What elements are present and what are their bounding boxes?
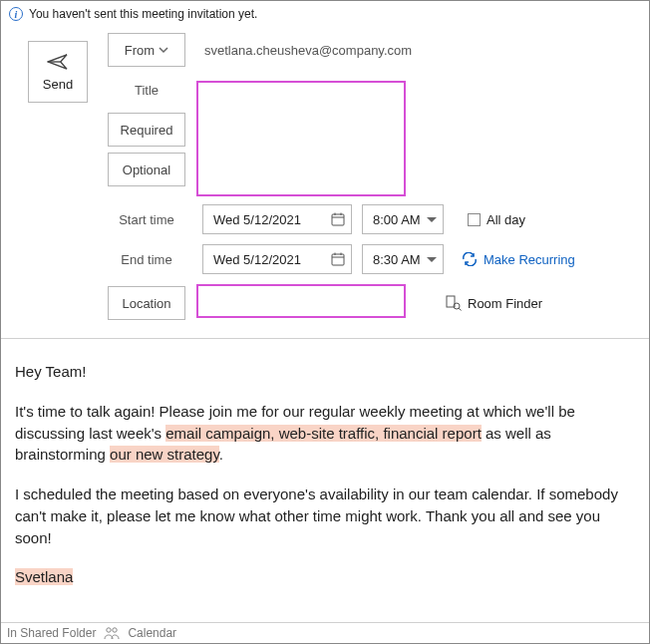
from-label: From [125,43,155,58]
chevron-down-icon [427,257,437,262]
status-bar: In Shared Folder Calendar [1,622,649,643]
location-button[interactable]: Location [108,286,185,320]
optional-label: Optional [123,162,170,177]
recurring-label: Make Recurring [484,252,575,267]
end-date-picker[interactable]: Wed 5/12/2021 [202,244,352,274]
send-label: Send [43,77,73,92]
chevron-down-icon [159,45,168,55]
chevron-down-icon [427,217,437,222]
start-time-value: 8:00 AM [373,212,421,227]
shared-folder-icon [104,626,120,640]
start-date-value: Wed 5/12/2021 [213,212,301,227]
info-bar: i You haven't sent this meeting invitati… [1,1,649,29]
room-finder-icon [446,295,462,311]
required-attendee[interactable]: team@company.com [206,123,346,138]
allday-checkbox[interactable]: All day [468,212,525,227]
location-label: Location [122,296,170,311]
svg-point-13 [113,628,117,632]
send-icon [47,53,69,71]
start-time-picker[interactable]: 8:00 AM [362,204,444,234]
title-label: Title [108,73,185,107]
location-input[interactable] [206,296,386,311]
info-icon: i [9,7,23,21]
required-button[interactable]: Required [108,113,185,147]
svg-line-11 [459,308,461,310]
start-date-picker[interactable]: Wed 5/12/2021 [202,204,352,234]
required-value: team@company.com [224,123,346,138]
make-recurring-button[interactable]: Make Recurring [462,252,575,267]
allday-label: All day [487,212,525,227]
optional-value: manager@company.com [224,162,368,177]
svg-rect-5 [332,254,344,265]
folder-label: In Shared Folder [7,626,96,640]
title-input[interactable] [206,80,406,101]
end-time-label: End time [108,242,185,276]
end-time-value: 8:30 AM [373,252,421,267]
optional-attendee[interactable]: manager@company.com [206,162,368,177]
info-text: You haven't sent this meeting invitation… [29,7,257,21]
body-signature: Svetlana [15,566,635,588]
calendar-footer-label: Calendar [128,626,176,640]
body-paragraph-2: I scheduled the meeting based on everyon… [15,483,635,548]
body-greeting: Hey Team! [15,361,635,383]
checkbox-icon [468,213,481,226]
presence-icon [208,164,218,174]
room-finder-button[interactable]: Room Finder [446,295,542,311]
presence-icon [208,125,218,135]
calendar-icon [331,252,345,266]
recurring-icon [462,252,478,266]
svg-rect-1 [332,214,344,225]
end-time-picker[interactable]: 8:30 AM [362,244,444,274]
start-time-label: Start time [108,202,185,236]
end-date-value: Wed 5/12/2021 [213,252,301,267]
from-button[interactable]: From [108,33,185,67]
meeting-body-editor[interactable]: Hey Team! It's time to talk again! Pleas… [1,338,649,616]
calendar-icon [331,212,345,226]
from-value: svetlana.cheusheva@company.com [202,43,412,58]
required-label: Required [121,123,173,138]
optional-button[interactable]: Optional [108,153,185,186]
svg-point-12 [107,628,111,632]
room-finder-label: Room Finder [468,296,542,311]
send-button[interactable]: Send [28,41,88,103]
body-paragraph-1: It's time to talk again! Please join me … [15,401,635,466]
